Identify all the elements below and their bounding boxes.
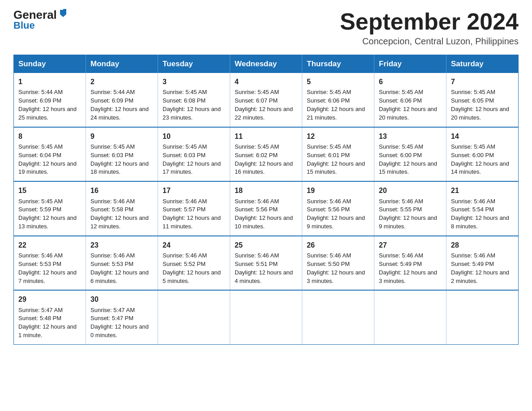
sunrise-text: Sunrise: 5:45 AM xyxy=(379,143,423,150)
daylight-text: Daylight: 12 hours and 13 minutes. xyxy=(18,214,77,230)
col-header-tuesday: Tuesday xyxy=(158,55,230,73)
daylight-text: Daylight: 12 hours and 9 minutes. xyxy=(379,214,437,230)
sunset-text: Sunset: 5:51 PM xyxy=(235,261,278,267)
calendar-cell: 25Sunrise: 5:46 AMSunset: 5:51 PMDayligh… xyxy=(230,236,302,291)
logo: General Blue xyxy=(13,9,68,31)
day-number: 6 xyxy=(379,77,442,87)
calendar-cell: 29Sunrise: 5:47 AMSunset: 5:48 PMDayligh… xyxy=(14,290,86,344)
sunrise-text: Sunrise: 5:46 AM xyxy=(235,252,279,259)
sunrise-text: Sunrise: 5:46 AM xyxy=(451,252,495,259)
daylight-text: Daylight: 12 hours and 3 minutes. xyxy=(307,269,365,284)
calendar-cell: 20Sunrise: 5:46 AMSunset: 5:55 PMDayligh… xyxy=(374,181,446,236)
calendar-cell: 11Sunrise: 5:45 AMSunset: 6:02 PMDayligh… xyxy=(230,127,302,182)
day-number: 29 xyxy=(18,294,81,304)
daylight-text: Daylight: 12 hours and 16 minutes. xyxy=(235,160,293,176)
sunrise-text: Sunrise: 5:45 AM xyxy=(18,198,63,205)
day-number: 24 xyxy=(163,240,225,250)
sunset-text: Sunset: 6:00 PM xyxy=(379,152,422,158)
calendar-cell: 23Sunrise: 5:46 AMSunset: 5:53 PMDayligh… xyxy=(86,236,158,291)
week-row-3: 15Sunrise: 5:45 AMSunset: 5:59 PMDayligh… xyxy=(14,181,519,236)
logo-text-general: General xyxy=(13,9,57,21)
sunset-text: Sunset: 5:59 PM xyxy=(18,206,61,213)
sunrise-text: Sunrise: 5:46 AM xyxy=(235,198,279,205)
day-number: 4 xyxy=(235,77,297,87)
sunrise-text: Sunrise: 5:45 AM xyxy=(451,143,495,150)
sunset-text: Sunset: 6:05 PM xyxy=(451,97,494,104)
sunrise-text: Sunrise: 5:45 AM xyxy=(90,143,135,150)
day-number: 11 xyxy=(235,131,297,141)
calendar-cell: 30Sunrise: 5:47 AMSunset: 5:47 PMDayligh… xyxy=(86,290,158,344)
calendar-cell: 13Sunrise: 5:45 AMSunset: 6:00 PMDayligh… xyxy=(374,127,446,182)
daylight-text: Daylight: 12 hours and 19 minutes. xyxy=(18,160,77,176)
day-number: 27 xyxy=(379,240,442,250)
calendar-cell: 17Sunrise: 5:46 AMSunset: 5:57 PMDayligh… xyxy=(158,181,230,236)
calendar-table: SundayMondayTuesdayWednesdayThursdayFrid… xyxy=(13,55,519,345)
day-number: 18 xyxy=(235,185,297,196)
calendar-cell: 1Sunrise: 5:44 AMSunset: 6:09 PMDaylight… xyxy=(14,73,86,127)
sunrise-text: Sunrise: 5:46 AM xyxy=(90,252,135,259)
sunset-text: Sunset: 5:53 PM xyxy=(18,261,61,267)
sunrise-text: Sunrise: 5:47 AM xyxy=(90,307,135,313)
calendar-cell xyxy=(446,290,519,344)
sunrise-text: Sunrise: 5:44 AM xyxy=(90,89,135,95)
day-number: 13 xyxy=(379,131,442,141)
daylight-text: Daylight: 12 hours and 11 minutes. xyxy=(163,214,221,230)
sunset-text: Sunset: 6:04 PM xyxy=(18,152,61,158)
sunrise-text: Sunrise: 5:45 AM xyxy=(235,89,279,95)
day-number: 1 xyxy=(18,77,81,87)
daylight-text: Daylight: 12 hours and 15 minutes. xyxy=(379,160,437,176)
calendar-cell: 28Sunrise: 5:46 AMSunset: 5:49 PMDayligh… xyxy=(446,236,519,291)
daylight-text: Daylight: 12 hours and 21 minutes. xyxy=(307,106,365,121)
sunrise-text: Sunrise: 5:45 AM xyxy=(163,89,207,95)
calendar-cell: 18Sunrise: 5:46 AMSunset: 5:56 PMDayligh… xyxy=(230,181,302,236)
day-number: 21 xyxy=(451,185,514,196)
sunset-text: Sunset: 5:54 PM xyxy=(451,206,494,213)
daylight-text: Daylight: 12 hours and 12 minutes. xyxy=(90,214,149,230)
sunrise-text: Sunrise: 5:45 AM xyxy=(163,143,207,150)
day-number: 17 xyxy=(163,185,225,196)
page-header: General Blue September 2024 Concepcion, … xyxy=(13,9,519,47)
sunset-text: Sunset: 5:48 PM xyxy=(18,315,61,321)
calendar-cell: 6Sunrise: 5:45 AMSunset: 6:06 PMDaylight… xyxy=(374,73,446,127)
day-number: 23 xyxy=(90,240,153,250)
daylight-text: Daylight: 12 hours and 7 minutes. xyxy=(18,269,77,284)
calendar-cell: 16Sunrise: 5:46 AMSunset: 5:58 PMDayligh… xyxy=(86,181,158,236)
sunset-text: Sunset: 6:06 PM xyxy=(307,97,350,104)
week-row-1: 1Sunrise: 5:44 AMSunset: 6:09 PMDaylight… xyxy=(14,73,519,127)
sunset-text: Sunset: 5:53 PM xyxy=(90,261,133,267)
sunset-text: Sunset: 5:56 PM xyxy=(235,206,278,213)
daylight-text: Daylight: 12 hours and 8 minutes. xyxy=(451,214,509,230)
daylight-text: Daylight: 12 hours and 5 minutes. xyxy=(163,269,221,284)
calendar-header-row: SundayMondayTuesdayWednesdayThursdayFrid… xyxy=(14,55,519,73)
sunrise-text: Sunrise: 5:46 AM xyxy=(163,198,207,205)
col-header-thursday: Thursday xyxy=(302,55,374,73)
sunrise-text: Sunrise: 5:46 AM xyxy=(379,252,423,259)
daylight-text: Daylight: 12 hours and 10 minutes. xyxy=(235,214,293,230)
sunset-text: Sunset: 5:56 PM xyxy=(307,206,350,213)
sunset-text: Sunset: 5:55 PM xyxy=(379,206,422,213)
sunrise-text: Sunrise: 5:44 AM xyxy=(18,89,63,95)
sunrise-text: Sunrise: 5:45 AM xyxy=(379,89,423,95)
col-header-wednesday: Wednesday xyxy=(230,55,302,73)
calendar-cell: 14Sunrise: 5:45 AMSunset: 6:00 PMDayligh… xyxy=(446,127,519,182)
calendar-cell: 15Sunrise: 5:45 AMSunset: 5:59 PMDayligh… xyxy=(14,181,86,236)
daylight-text: Daylight: 12 hours and 6 minutes. xyxy=(90,269,149,284)
sunset-text: Sunset: 6:07 PM xyxy=(235,97,278,104)
day-number: 26 xyxy=(307,240,369,250)
sunrise-text: Sunrise: 5:46 AM xyxy=(379,198,423,205)
daylight-text: Daylight: 12 hours and 2 minutes. xyxy=(451,269,509,284)
daylight-text: Daylight: 12 hours and 17 minutes. xyxy=(163,160,221,176)
sunrise-text: Sunrise: 5:45 AM xyxy=(307,143,351,150)
daylight-text: Daylight: 12 hours and 1 minute. xyxy=(18,323,77,338)
calendar-cell: 21Sunrise: 5:46 AMSunset: 5:54 PMDayligh… xyxy=(446,181,519,236)
col-header-monday: Monday xyxy=(86,55,158,73)
calendar-cell: 24Sunrise: 5:46 AMSunset: 5:52 PMDayligh… xyxy=(158,236,230,291)
month-title: September 2024 xyxy=(340,9,519,34)
calendar-cell xyxy=(158,290,230,344)
day-number: 30 xyxy=(90,294,153,304)
daylight-text: Daylight: 12 hours and 14 minutes. xyxy=(451,160,509,176)
sunset-text: Sunset: 5:58 PM xyxy=(90,206,133,213)
sunset-text: Sunset: 6:06 PM xyxy=(379,97,422,104)
sunset-text: Sunset: 6:03 PM xyxy=(163,152,206,158)
calendar-cell xyxy=(230,290,302,344)
